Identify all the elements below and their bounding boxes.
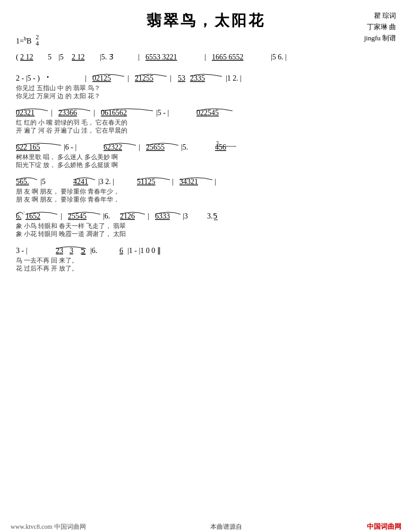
svg-text:3: 3 <box>70 247 73 255</box>
svg-text:|6.: |6. <box>90 247 97 255</box>
svg-text:树林里歌   唱，  多么迷人   多么美妙    啊: 树林里歌 唱， 多么迷人 多么美妙 啊 <box>16 153 118 161</box>
svg-text:花    过后不再   开      放了。: 花 过后不再 开 放了。 <box>16 265 78 272</box>
author-area: 瞿 琮词 丁家琳 曲 jingfu 制谱 <box>364 11 396 43</box>
svg-text:53: 53 <box>178 74 185 82</box>
svg-text:|5: |5 <box>58 53 64 61</box>
svg-text:|5.    3̄: |5. 3̄ <box>100 53 114 61</box>
score-svg: ( 2 12 5 |5 2 12 |5. 3̄ | 6553 3221 | 16… <box>16 49 396 516</box>
svg-text:|: | <box>51 109 53 117</box>
line1-notes: ( <box>16 53 19 62</box>
svg-text:|3 2.  |: |3 2. | <box>98 178 114 186</box>
svg-text:|5 6.   |: |5 6. | <box>271 53 287 61</box>
svg-text:|5.: |5. <box>181 143 188 151</box>
svg-text:|1   -   |1 0 0  ‖: |1 - |1 0 0 ‖ <box>127 247 161 255</box>
svg-text:|6.: |6. <box>103 212 110 220</box>
footer-website: www.ktvc8.com 中国词曲网 <box>11 522 86 531</box>
svg-text:|: | <box>214 178 216 186</box>
svg-text:|: | <box>139 143 140 151</box>
svg-text:5: 5 <box>48 53 52 61</box>
footer-mid: 本曲谱源自 <box>210 522 242 531</box>
svg-text:·: · <box>23 209 25 215</box>
composer: 丁家琳 曲 <box>364 22 396 33</box>
svg-text:34321: 34321 <box>179 178 198 186</box>
svg-text:象   小鸟  转眼和   春天一样  飞走了，     翡: 象 小鸟 转眼和 春天一样 飞走了， 翡翠 <box>16 222 126 230</box>
svg-text:|: | <box>127 74 129 82</box>
svg-text:3   -   |: 3 - | <box>16 247 27 255</box>
footer-right: 中国词曲网 <box>367 522 401 531</box>
svg-text:0616562: 0616562 <box>101 109 127 117</box>
svg-point-73 <box>47 76 49 78</box>
svg-text:25545: 25545 <box>68 212 87 220</box>
svg-text:|6   -  |: |6 - | <box>64 143 76 151</box>
lyricist: 瞿 琮词 <box>364 11 396 22</box>
svg-text:朋 友           啊    朋友，   要珍重你 : 朋 友 啊 朋友， 要珍重你 青春年少， <box>16 188 119 195</box>
svg-text:|: | <box>93 109 95 117</box>
svg-text:红  红的  小  嘴      碧绿的羽   毛，    : 红 红的 小 嘴 碧绿的羽 毛， 它在春天的 <box>16 119 127 126</box>
svg-text:62322: 62322 <box>104 143 122 151</box>
svg-text:1652: 1652 <box>25 212 40 220</box>
svg-text:6: 6 <box>119 247 123 255</box>
svg-text:2 12: 2 12 <box>72 53 85 61</box>
svg-text:你见过    万泉河  边     的  太阳   花？: 你见过 万泉河 边 的 太阳 花？ <box>15 92 100 100</box>
svg-text:|5: |5 <box>40 178 46 186</box>
svg-text:23366: 23366 <box>58 109 77 117</box>
footer: www.ktvc8.com 中国词曲网 本曲谱源自 中国词曲网 <box>0 522 412 531</box>
svg-text:51125: 51125 <box>137 178 155 186</box>
svg-text:3: 3 <box>216 140 219 146</box>
svg-text:你见过    五指山  中     的  翡翠   鸟？: 你见过 五指山 中 的 翡翠 鸟？ <box>15 84 100 92</box>
svg-text:2 12: 2 12 <box>20 53 33 61</box>
page: 翡翠鸟，太阳花 瞿 琮词 丁家琳 曲 jingfu 制谱 1=bB 2 4 ( … <box>0 0 412 532</box>
tempo-line: 1=bB 2 4 <box>16 34 396 47</box>
arranger: jingfu 制谱 <box>364 33 396 44</box>
tempo-key: 1=bB <box>16 36 31 46</box>
svg-text:|3: |3 <box>183 212 188 220</box>
svg-text:|: | <box>138 53 140 61</box>
title-area: 翡翠鸟，太阳花 瞿 琮词 丁家琳 曲 jingfu 制谱 <box>16 11 396 31</box>
svg-text:3.5̲: 3.5̲ <box>207 212 218 220</box>
svg-text:朋 友           啊    朋友，   要珍重你 : 朋 友 啊 朋友， 要珍重你 青春年华， <box>16 196 119 203</box>
svg-text:|: | <box>204 53 206 61</box>
svg-text:鸟    一去不再   回      来了。: 鸟 一去不再 回 来了。 <box>16 257 78 264</box>
svg-text:6333: 6333 <box>155 212 170 220</box>
main-title: 翡翠鸟，太阳花 <box>16 11 396 31</box>
svg-text:622 165: 622 165 <box>16 143 40 151</box>
svg-text:|: | <box>170 74 171 82</box>
svg-text:|: | <box>148 212 149 220</box>
svg-text:565.: 565. <box>16 178 29 186</box>
svg-text:|: | <box>85 74 87 82</box>
svg-text:|: | <box>61 212 62 220</box>
svg-text:2  -    |5   - ): 2 - |5 - ) <box>16 74 40 83</box>
svg-text:|1   2.  |: |1 2. | <box>226 74 242 82</box>
svg-text:|5   -  |: |5 - | <box>156 109 169 117</box>
svg-text:|: | <box>172 178 174 186</box>
svg-text:6553 3221: 6553 3221 <box>145 53 177 61</box>
svg-text:02321: 02321 <box>16 109 35 117</box>
svg-text:25655: 25655 <box>146 143 165 151</box>
svg-text:1665 6552: 1665 6552 <box>212 53 244 61</box>
time-sig: 2 4 <box>36 34 39 47</box>
svg-text:阳光下绽   放，  多么娇艳   多么挺拔    啊: 阳光下绽 放， 多么娇艳 多么挺拔 啊 <box>16 161 118 169</box>
svg-text:开  遍了  河  谷      开遍了山   洼，    : 开 遍了 河 谷 开遍了山 洼， 它在早晨的 <box>16 127 127 134</box>
svg-text:象   小花  转眼同   晚霞一道  凋谢了，     太: 象 小花 转眼同 晚霞一道 凋谢了， 太阳 <box>16 230 126 238</box>
